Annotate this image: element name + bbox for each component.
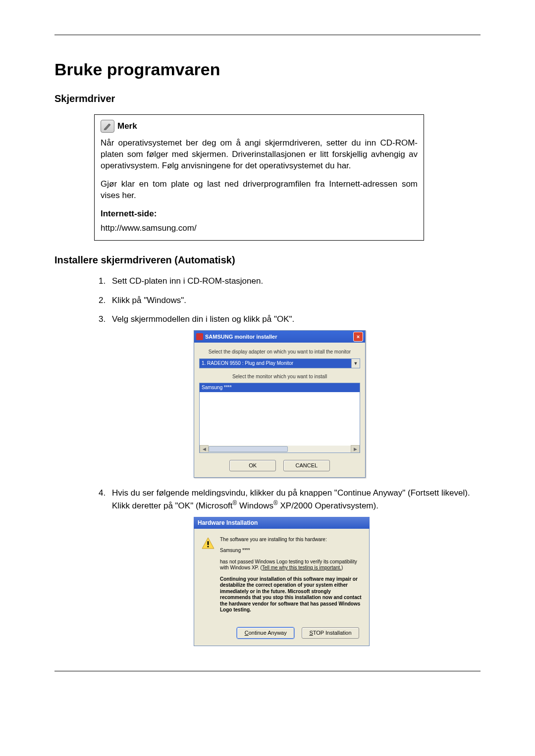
- stop-label: TOP Installation: [313, 630, 352, 636]
- hw-line-1: The software you are installing for this…: [220, 537, 362, 543]
- monitor-instruction: Select the monitor which you want to ins…: [199, 373, 360, 380]
- continue-label: ontinue Anyway: [249, 630, 287, 636]
- hw-device: Samsung ****: [220, 548, 362, 554]
- step-4-text-b: Windows: [237, 501, 273, 510]
- note-site-label: Internett-side:: [101, 208, 418, 220]
- scroll-right-icon[interactable]: ▶: [351, 445, 360, 453]
- adapter-instruction: Select the display adapter on which you …: [199, 349, 360, 355]
- note-url: http://www.samsung.com/: [101, 223, 418, 234]
- monitor-listbox[interactable]: Samsung **** ◀ ▶: [199, 383, 360, 453]
- dialog2-text: The software you are installing for this…: [220, 537, 362, 618]
- stop-installation-button[interactable]: STOP Installation: [302, 627, 359, 639]
- dialog2-titlebar: Hardware Installation: [194, 517, 370, 529]
- continue-anyway-button[interactable]: Continue Anyway: [237, 627, 294, 639]
- step-4: Hvis du ser følgende meldingsvindu, klik…: [108, 488, 481, 646]
- samsung-installer-dialog: SAMSUNG monitor installer × Select the d…: [194, 330, 366, 478]
- page-title: Bruke programvaren: [54, 60, 481, 79]
- note-label: Merk: [117, 121, 137, 132]
- close-button[interactable]: ×: [353, 332, 363, 342]
- step-3: Velg skjermmodellen din i listen og klik…: [108, 314, 481, 478]
- svg-rect-1: [208, 541, 209, 545]
- hardware-installation-dialog: Hardware Installation Th: [194, 517, 370, 646]
- horizontal-scrollbar[interactable]: ◀ ▶: [200, 446, 360, 453]
- hw-line-2: has not passed Windows Logo testing to v…: [220, 559, 362, 571]
- scroll-left-icon[interactable]: ◀: [200, 445, 209, 453]
- adapter-selected: 1. RADEON 9550 : Plug and Play Monitor: [200, 359, 351, 368]
- chevron-down-icon[interactable]: ▼: [351, 359, 360, 368]
- step-4-text-c: XP/2000 Operativsystem).: [278, 501, 378, 510]
- dialog2-button-row: Continue Anyway STOP Installation: [201, 618, 362, 639]
- note-header: Merk: [101, 120, 418, 133]
- section-skjermdriver: Skjermdriver: [54, 93, 481, 104]
- app-icon: [196, 333, 203, 340]
- adapter-dropdown[interactable]: 1. RADEON 9550 : Plug and Play Monitor ▼: [199, 358, 360, 368]
- step-3-text: Velg skjermmodellen din i listen og klik…: [112, 314, 294, 324]
- dialog-titlebar: SAMSUNG monitor installer ×: [194, 331, 365, 343]
- dialog-body: Select the display adapter on which you …: [194, 343, 365, 477]
- note-box: Merk Når operativsystemet ber deg om å a…: [94, 114, 424, 241]
- scroll-track[interactable]: [209, 446, 351, 453]
- note-paragraph-2: Gjør klar en tom plate og last ned drive…: [101, 179, 418, 202]
- monitor-selected-item[interactable]: Samsung ****: [200, 383, 360, 392]
- note-icon: [101, 120, 114, 133]
- section-install-auto: Installere skjermdriveren (Automatisk): [54, 254, 481, 266]
- note-paragraph-1: Når operativsystemet ber deg om å angi s…: [101, 138, 418, 172]
- reg-mark-2: ®: [273, 500, 278, 506]
- install-steps: Sett CD-platen inn i CD-ROM-stasjonen. K…: [94, 276, 481, 646]
- step-1: Sett CD-platen inn i CD-ROM-stasjonen.: [108, 276, 481, 287]
- scroll-thumb[interactable]: [209, 446, 288, 452]
- svg-point-2: [207, 546, 209, 547]
- cancel-button[interactable]: CANCEL: [283, 460, 330, 471]
- dialog-title: SAMSUNG monitor installer: [205, 333, 277, 341]
- dialog-button-row: OK CANCEL: [199, 453, 360, 471]
- ok-button[interactable]: OK: [229, 460, 276, 471]
- step-2: Klikk på "Windows".: [108, 295, 481, 306]
- hw-line-3: Continuing your installation of this sof…: [220, 576, 362, 613]
- bottom-rule: [54, 671, 481, 671]
- dialog2-body: The software you are installing for this…: [194, 529, 370, 646]
- hw-link[interactable]: Tell me why this testing is important.: [262, 565, 341, 570]
- top-rule: [54, 35, 481, 35]
- warning-icon: [201, 537, 215, 551]
- reg-mark-1: ®: [233, 500, 237, 506]
- hw-line-2b: ): [341, 565, 343, 570]
